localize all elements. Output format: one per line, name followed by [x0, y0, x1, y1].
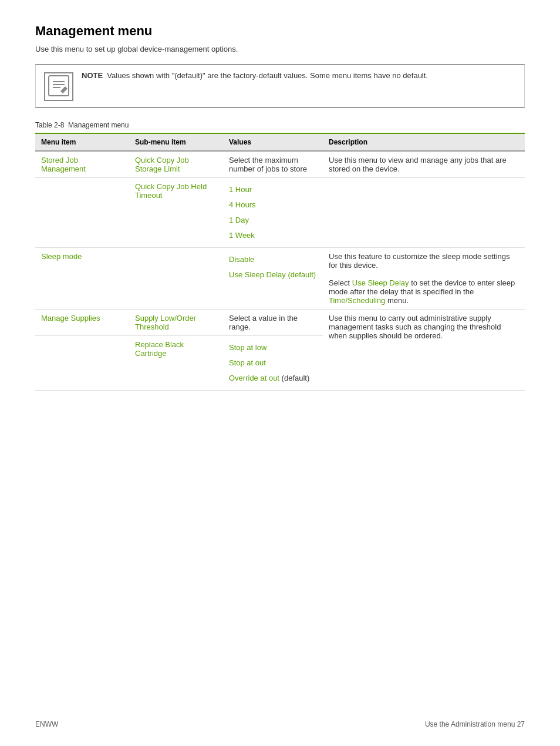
value-1week: 1 Week — [229, 228, 317, 243]
value-stop-out: Stop at out — [229, 355, 317, 371]
footer-right: Use the Administration menu 27 — [425, 720, 525, 728]
menu-item-empty1 — [35, 178, 129, 248]
values-supply-range: Select a value in the range. — [223, 310, 323, 336]
quick-copy-storage-limit-link[interactable]: Quick Copy Job Storage Limit — [135, 156, 189, 173]
note-icon — [44, 72, 73, 101]
svg-rect-0 — [49, 76, 69, 96]
stored-job-management-link[interactable]: Stored Job Management — [41, 156, 86, 173]
header-menu-item: Menu item — [35, 133, 129, 151]
use-sleep-delay-link[interactable]: Use Sleep Delay — [352, 278, 409, 287]
menu-item-sleep: Sleep mode — [35, 248, 129, 310]
page-footer: ENWW Use the Administration menu 27 — [0, 720, 560, 728]
sub-quick-copy-held: Quick Copy Job Held Timeout — [129, 178, 223, 248]
desc-manage-supplies: Use this menu to carry out administrativ… — [323, 310, 525, 391]
table-row: Sleep mode Disable Use Sleep Delay (defa… — [35, 248, 525, 310]
table-header-row: Menu item Sub-menu item Values Descripti… — [35, 133, 525, 151]
header-description: Description — [323, 133, 525, 151]
value-override: Override at out (default) — [229, 371, 317, 386]
value-4hours: 4 Hours — [229, 197, 317, 213]
footer-left: ENWW — [35, 720, 58, 728]
values-timeout: 1 Hour 4 Hours 1 Day 1 Week — [223, 178, 323, 248]
replace-black-cartridge-link[interactable]: Replace Black Cartridge — [135, 340, 184, 358]
sub-supply-low: Supply Low/Order Threshold — [129, 310, 223, 336]
value-1hour: 1 Hour — [229, 182, 317, 197]
values-select-max: Select the maximum number of jobs to sto… — [223, 151, 323, 178]
table-row: Manage Supplies Supply Low/Order Thresho… — [35, 310, 525, 336]
page-title: Management menu — [35, 23, 525, 39]
sub-replace-black: Replace Black Cartridge — [129, 336, 223, 391]
menu-item-stored: Stored Job Management — [35, 151, 129, 178]
values-replace: Stop at low Stop at out Override at out … — [223, 336, 323, 391]
menu-item-manage-supplies: Manage Supplies — [35, 310, 129, 336]
time-scheduling-link[interactable]: Time/Scheduling — [329, 296, 385, 305]
table-label: Table 2-8 Management menu — [35, 121, 525, 129]
value-sleep-delay: Use Sleep Delay (default) — [229, 267, 317, 283]
sleep-mode-link[interactable]: Sleep mode — [41, 252, 82, 261]
table-row: Quick Copy Job Held Timeout 1 Hour 4 Hou… — [35, 178, 525, 248]
table-row: Stored Job Management Quick Copy Job Sto… — [35, 151, 525, 178]
value-disable: Disable — [229, 252, 317, 267]
intro-text: Use this menu to set up global device-ma… — [35, 45, 525, 53]
desc-sleep: Use this feature to customize the sleep … — [323, 248, 525, 310]
note-content: NOTE Values shown with "(default)" are t… — [82, 71, 428, 80]
value-1day: 1 Day — [229, 213, 317, 228]
desc-stored: Use this menu to view and manage any job… — [323, 151, 525, 178]
sub-quick-copy-limit: Quick Copy Job Storage Limit — [129, 151, 223, 178]
header-sub-menu: Sub-menu item — [129, 133, 223, 151]
note-box: NOTE Values shown with "(default)" are t… — [35, 64, 525, 108]
value-stop-low: Stop at low — [229, 340, 317, 355]
manage-supplies-link[interactable]: Manage Supplies — [41, 314, 100, 322]
values-sleep: Disable Use Sleep Delay (default) — [223, 248, 323, 310]
note-label: NOTE — [82, 71, 103, 80]
management-table: Menu item Sub-menu item Values Descripti… — [35, 133, 525, 391]
sub-sleep-empty — [129, 248, 223, 310]
desc-timeout-empty — [323, 178, 525, 248]
header-values: Values — [223, 133, 323, 151]
supply-low-order-threshold-link[interactable]: Supply Low/Order Threshold — [135, 314, 196, 331]
note-text: Values shown with "(default)" are the fa… — [107, 71, 428, 80]
quick-copy-held-timeout-link[interactable]: Quick Copy Job Held Timeout — [135, 182, 207, 200]
menu-item-empty2 — [35, 336, 129, 391]
